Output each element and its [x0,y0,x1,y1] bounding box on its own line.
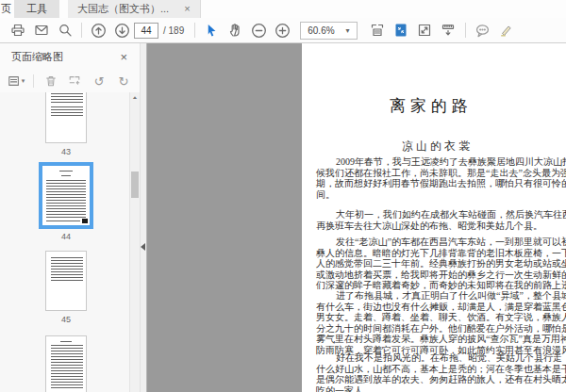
comment-button[interactable] [471,20,494,41]
fit-width-icon [370,23,385,38]
more-tools-button[interactable] [437,20,460,41]
thumbnail-text-lines [46,220,80,221]
toolbar-expand-icon [441,23,456,38]
fit-page-button[interactable] [390,20,413,41]
thumbnail-toolbar: ▾ ↺ ↻ [0,70,140,92]
thumbnail-page-number: 45 [0,315,132,324]
paragraph: 好在我不是拍风光的。在布拖、昭觉、美姑几个县行走，没有 什么好山水，山都不高，基… [316,352,566,392]
paragraph: 2009年春节，我与王远凌约了去彝族聚居地四川大凉山拍照。 候我们还都在报社工作… [316,156,566,200]
thumbnail-subtitle-line [61,174,71,176]
scrollbar-thumb[interactable] [131,172,139,198]
previous-page-button[interactable] [87,20,110,41]
hand-tool-button[interactable] [224,20,247,41]
highlight-button[interactable] [494,20,518,41]
panel-title: 页面缩略图 [11,50,63,64]
document-tab[interactable]: 大国志（图文书）... × [68,0,201,18]
thumbnail-text-lines [51,256,83,281]
text-line: 候我们还都在报社工作，尚未辞职。那是“走出去”念头最为强烈的 [316,168,566,179]
tab-bar: 页 工具 大国志（图文书）... × [0,0,566,18]
actual-size-button[interactable] [413,20,437,41]
zoom-level-dropdown[interactable]: 60.6% ▾ [300,22,357,40]
thumbnail-options-button[interactable]: ▾ [6,72,26,90]
plus-circle-icon [275,23,291,39]
text-line: 们深邃的眸子暗藏着奇妙，而奇妙的未知即将在我的前路上逶迤展 [316,280,566,291]
panel-close-icon[interactable]: × [120,50,127,64]
text-line: 是偶尔能遇到放羊的农夫、匆匆赶路的旅人，还有在村头晒太阳 [316,374,566,385]
text-line: 发往“老凉山”的车都在西昌汽车东站，一到那里就可以初步感 [316,237,566,248]
paragraph: 发往“老凉山”的车都在西昌汽车东站，一到那里就可以初步感 彝人的信息。暗暗的灯光… [316,237,566,291]
thumbnail-text-lines [51,345,83,388]
minus-circle-icon [251,23,267,39]
page-thumbnails-panel: 页面缩略图 × ▾ ↺ [0,43,140,392]
text-line: 期，故而想好好利用春节假期跑出去拍照，哪怕只有很可怜的几天 [316,178,566,189]
thumbnail-text-lines [46,180,86,218]
thumbnail-image-block [82,219,88,223]
thumbnail-page-45[interactable] [45,251,87,311]
thumbnail-page-44-selected[interactable] [39,162,93,229]
thumbnail-options-icon [8,74,21,88]
text-line: 间。 [316,189,566,201]
cursor-arrow-icon [205,24,219,38]
tab-home[interactable]: 页 [0,0,11,18]
text-line: 吃的一家人。 [316,385,566,392]
text-line: 或激动地挤着买票，给我即将开始的彝乡之行一次生动新鲜的预览 [316,270,566,281]
select-tool-button[interactable] [200,20,224,41]
thumbnail-page-number: 43 [0,147,132,156]
text-line: 好在我不是拍风光的。在布拖、昭觉、美姑几个县行走，没有 [316,352,566,364]
toolbar-separator [81,23,82,38]
document-canvas[interactable]: 离家的路 凉山的衣裳 2009年春节，我与王远凌约了去彝族聚居地四川大凉山拍照。… [147,43,566,392]
panel-splitter[interactable] [140,43,147,392]
collapse-panel-arrow-icon[interactable] [141,243,145,251]
arrow-down-circle-icon [114,23,130,39]
text-line: 再换班车去往大凉山深处的布拖、昭觉和美姑几个县。 [316,220,566,232]
search-button[interactable] [53,20,76,41]
document-title: 离家的路 [390,95,473,117]
comment-bubble-icon [474,23,491,39]
cut-pages-button[interactable] [65,72,86,90]
page-number-input[interactable] [134,23,158,39]
paragraph: 大年初一，我们如约在成都火车站碰面，然后换汽车往西昌， 再换班车去往大凉山深处的… [316,209,566,231]
thumbnail-text-lines [51,92,83,103]
toolbar-separator [194,23,195,38]
print-button[interactable] [6,20,29,41]
text-line: 人的感觉带回二三十年前。经典彝族打扮的男女老幼或站或坐， [316,258,566,270]
zoom-in-button[interactable] [271,20,294,41]
document-subtitle: 凉山的衣裳 [402,139,473,155]
thumbnail-page-43[interactable] [45,92,87,143]
fit-width-button[interactable] [366,20,390,41]
text-line: 有什么车，街边也没有什么摊贩，却满是人，满是穿着蓝黑色衣裳 [316,302,566,313]
chevron-down-icon: ▾ [22,77,25,85]
next-page-button[interactable] [110,20,134,41]
text-line: 分之九十的时间都消耗在户外。他们酷爱在户外活动，哪怕是在寒 [316,323,566,335]
thumbnail-title-line [59,170,73,172]
search-icon [58,23,73,38]
rotate-right-icon: ↻ [119,74,129,89]
print-icon [10,23,25,38]
trash-icon [44,74,58,88]
fit-page-icon [393,23,408,38]
thumbnail-scrollbar[interactable]: ▲ [129,92,140,392]
text-line: 男女女。走着、蹲着、坐着、聊天、饮酒。有文字说，彝族人一生 [316,312,566,323]
zoom-out-button[interactable] [247,20,271,41]
toolbar-separator [33,74,34,88]
text-line: 进了布拖县城，才真正明白了什么叫做“异域”，整个县城街道 [316,290,566,302]
rotate-right-button[interactable]: ↻ [113,72,134,90]
cut-pages-icon [68,74,81,88]
thumbnail-text-lines [51,106,83,116]
scroll-up-arrow-icon[interactable]: ▲ [130,94,140,102]
tab-tools[interactable]: 工具 [14,0,59,18]
thumbnail-page-number: 44 [0,232,132,241]
delete-page-button[interactable] [41,72,61,90]
close-icon[interactable]: × [184,0,190,18]
email-button[interactable] [29,20,53,41]
text-line: 什么好山水，山都不高，基本上是秃的；河在冬季也基本是干涸的 [316,364,566,375]
rotate-left-button[interactable]: ↺ [89,72,109,90]
fullscreen-diagonal-arrow-icon [417,23,432,38]
toolbar-separator [465,23,466,38]
thumbnail-page-46[interactable] [45,335,87,392]
page-total-label: / 189 [163,25,184,36]
text-line: 2009年春节，我与王远凌约了去彝族聚居地四川大凉山拍照。 [316,156,566,168]
email-icon [34,23,49,38]
thumbnail-list: 43 44 45 ▲ [0,92,140,392]
zoom-level-value: 60.6% [308,25,334,36]
